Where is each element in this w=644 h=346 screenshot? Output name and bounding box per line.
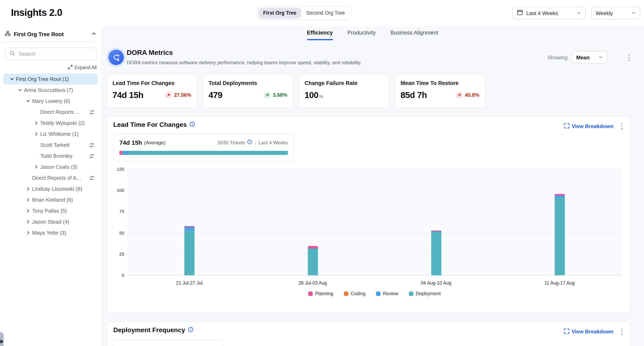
search-icon xyxy=(9,50,15,58)
expand-all-button[interactable]: Expand All xyxy=(68,65,97,70)
showing-value: Mean xyxy=(576,54,590,60)
filters-icon[interactable] xyxy=(89,109,94,115)
info-icon[interactable] xyxy=(188,326,193,334)
app-window: Insights 2.0 First Org Tree Second Org T… xyxy=(0,0,644,346)
bar-segment-planning xyxy=(308,246,318,248)
sidebar-search[interactable] xyxy=(5,48,97,60)
dora-metrics-icon xyxy=(108,50,124,65)
info-icon[interactable] xyxy=(190,121,195,128)
tab-productivity[interactable]: Productivity xyxy=(348,30,376,40)
arrow-right-icon xyxy=(0,339,4,343)
metric-unit: % xyxy=(319,94,323,99)
tree-item[interactable]: First Org Tree Root (1) xyxy=(3,74,98,85)
chevron-right-icon[interactable] xyxy=(26,209,30,213)
legend-item-coding[interactable]: Coding xyxy=(344,291,366,296)
tree-item[interactable]: Brian Kirkland (6) xyxy=(3,194,98,205)
tree-item[interactable]: Teddy Wylupski (2) xyxy=(3,117,98,128)
tree-item[interactable]: Mary Lowery (6) xyxy=(3,96,98,106)
top-header: Insights 2.0 First Org Tree Second Org T… xyxy=(0,0,644,27)
gridline xyxy=(128,211,621,212)
trend-up-arrow-icon xyxy=(264,91,271,99)
tree-item[interactable]: Direct Reports ... xyxy=(3,106,98,117)
tree-item[interactable]: Tony Pallas (5) xyxy=(3,205,98,216)
tab-business-alignment[interactable]: Business Alignment xyxy=(390,30,438,40)
trend-up-arrow-icon xyxy=(456,91,463,99)
phase-progress-bar xyxy=(120,151,288,155)
summary-value: 74d 15h xyxy=(120,139,142,146)
metric-trend-badge: 27.56% xyxy=(165,91,191,99)
tree-item-label: Direct Reports ... xyxy=(40,109,80,115)
sidebar-expand-handle[interactable] xyxy=(0,332,4,346)
tree-item-label: Maya Yette (3) xyxy=(32,230,66,236)
tree-item[interactable]: Anna Scozzafava (7) xyxy=(3,85,98,96)
tree-item[interactable]: Scott Tarkett xyxy=(3,139,98,150)
tree-item[interactable]: Direct Reports of A... xyxy=(3,172,98,183)
legend-item-deployment[interactable]: Deployment xyxy=(409,291,441,296)
collapse-panel-button[interactable] xyxy=(91,31,96,38)
showing-select[interactable]: Mean xyxy=(572,51,608,63)
tree-item[interactable]: Liz Whittome (1) xyxy=(3,128,98,139)
tree-item-label: Brian Kirkland (6) xyxy=(32,197,73,203)
filters-icon[interactable] xyxy=(89,153,94,159)
page-title: Insights 2.0 xyxy=(11,7,62,18)
deployment-frequency-kebab-menu[interactable] xyxy=(620,327,624,336)
legend-swatch xyxy=(409,291,413,296)
tree-item[interactable]: Maya Yette (3) xyxy=(3,227,98,238)
stacked-bar-28-jul-03-aug[interactable] xyxy=(308,246,318,275)
y-axis-tick-label: 100 xyxy=(111,188,124,193)
chevron-right-icon[interactable] xyxy=(26,187,30,191)
lead-time-kebab-menu[interactable] xyxy=(620,122,624,131)
chevron-right-icon[interactable] xyxy=(34,121,38,125)
search-input[interactable] xyxy=(18,50,92,57)
bar-segment-deployment xyxy=(184,231,194,275)
bar-segment-deployment xyxy=(431,232,441,275)
bar-segment-deployment xyxy=(308,249,318,275)
tree-item-label: Tony Pallas (5) xyxy=(32,208,67,214)
chevron-right-icon[interactable] xyxy=(34,132,38,136)
metric-value: 85d 7h xyxy=(400,90,427,100)
metric-card-total-deployments: Total Deployments4793.68% xyxy=(202,74,293,108)
tab-efficiency[interactable]: Efficiency xyxy=(307,30,333,40)
tree-item[interactable]: Jason Stead (4) xyxy=(3,216,98,227)
view-breakdown-button[interactable]: View Breakdown xyxy=(564,328,613,335)
deployment-frequency-title: Deployment Frequency xyxy=(113,326,185,334)
y-axis-tick-label: 25 xyxy=(111,252,124,257)
dora-section-subtitle: DORA metrics measure software delivery p… xyxy=(127,60,362,65)
date-range-select[interactable]: Last 4 Weeks xyxy=(512,7,586,20)
filters-icon[interactable] xyxy=(89,175,94,181)
view-breakdown-button[interactable]: View Breakdown xyxy=(564,123,613,130)
granularity-select[interactable]: Weekly xyxy=(591,7,640,20)
x-axis-tick-label: 11 Aug-17 Aug xyxy=(544,281,574,285)
info-icon[interactable] xyxy=(248,139,252,145)
tree-item[interactable]: Lindsay Liszewski (8) xyxy=(3,183,98,194)
calendar-icon xyxy=(517,9,523,17)
chevron-down-icon[interactable] xyxy=(26,99,30,103)
tree-item[interactable]: Jason Coats (3) xyxy=(3,161,98,172)
tree-item-label: Anna Scozzafava (7) xyxy=(24,87,73,93)
legend-item-planning[interactable]: Planning xyxy=(308,291,333,296)
stacked-bar-11-aug-17-aug[interactable] xyxy=(554,194,564,275)
gridline xyxy=(128,190,621,190)
chevron-right-icon[interactable] xyxy=(26,220,30,224)
filters-icon[interactable] xyxy=(89,142,94,148)
chevron-down-icon[interactable] xyxy=(18,88,22,92)
stacked-bar-04-aug-10-aug[interactable] xyxy=(431,231,441,275)
chevron-right-icon[interactable] xyxy=(26,198,30,202)
dora-kebab-menu[interactable] xyxy=(627,53,631,62)
sidebar: First Org Tree Root Expand All First Org… xyxy=(0,27,102,346)
toggle-second-org-tree[interactable]: Second Org Tree xyxy=(301,8,350,18)
chevron-down-icon[interactable] xyxy=(10,77,14,81)
chevron-right-icon[interactable] xyxy=(26,231,30,235)
chevron-right-icon[interactable] xyxy=(34,165,38,169)
metric-value: 74d 15h xyxy=(112,90,143,100)
x-axis-tick-label: 28 Jul-03 Aug xyxy=(298,281,327,285)
bar-segment-deployment xyxy=(554,198,564,275)
legend-swatch xyxy=(308,291,313,296)
x-axis-tick-label: 21 Jul-27 Jul xyxy=(176,281,202,285)
metric-trend-badge: 3.68% xyxy=(264,91,287,99)
toggle-first-org-tree[interactable]: First Org Tree xyxy=(258,8,301,18)
tree-item-label: Teddy Wylupski (2) xyxy=(40,120,85,126)
stacked-bar-21-jul-27-jul[interactable] xyxy=(184,226,194,275)
legend-item-review[interactable]: Review xyxy=(376,291,398,296)
tree-item[interactable]: Todd Bromley xyxy=(3,150,98,161)
